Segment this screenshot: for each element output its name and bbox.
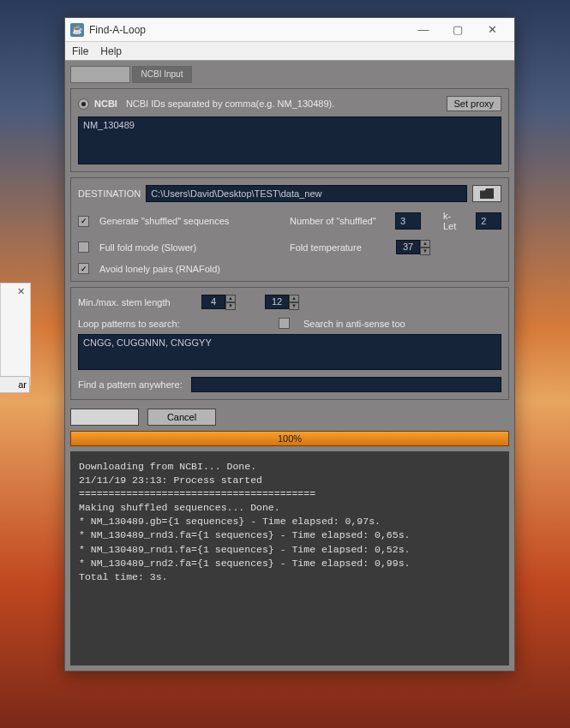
menubar: File Help bbox=[65, 42, 514, 61]
minimize-button[interactable]: — bbox=[406, 18, 441, 42]
ncbi-ids-input[interactable]: NM_130489 bbox=[78, 116, 501, 164]
ncbi-radio[interactable] bbox=[78, 98, 89, 110]
progress-bar: 100% bbox=[70, 431, 509, 446]
stem-max-spinner[interactable]: 12 ▲▼ bbox=[265, 295, 299, 309]
stem-min-value[interactable]: 4 bbox=[201, 295, 225, 309]
cancel-button[interactable]: Cancel bbox=[147, 409, 216, 426]
stem-loop-panel: Min./max. stem length 4 ▲▼ 12 ▲▼ Loop pa… bbox=[70, 287, 509, 400]
app-window: ☕ Find-A-Loop — ▢ ✕ File Help NCBI Input… bbox=[64, 17, 515, 671]
num-shuffled-label: Number of "shuffled" bbox=[290, 216, 390, 226]
find-pattern-label: Find a pattern anywhere: bbox=[78, 379, 183, 390]
folder-icon bbox=[480, 188, 494, 199]
close-button[interactable]: ✕ bbox=[475, 18, 509, 42]
stem-length-label: Min./max. stem length bbox=[78, 297, 189, 307]
chevron-down-icon[interactable]: ▼ bbox=[225, 302, 236, 310]
destination-panel: DESTINATION C:\Users\David\Desktop\TEST\… bbox=[70, 177, 509, 282]
find-pattern-input[interactable] bbox=[191, 377, 501, 392]
browse-folder-button[interactable] bbox=[472, 185, 501, 202]
ncbi-panel: NCBI NCBI IDs separated by comma(e.g. NM… bbox=[70, 88, 509, 172]
full-fold-checkbox[interactable] bbox=[78, 242, 89, 253]
menu-help[interactable]: Help bbox=[100, 45, 122, 57]
java-icon: ☕ bbox=[70, 23, 84, 37]
ncbi-hint: NCBI IDs separated by comma(e.g. NM_1304… bbox=[126, 98, 447, 109]
fold-temp-label: Fold temperature bbox=[290, 242, 391, 253]
titlebar: ☕ Find-A-Loop — ▢ ✕ bbox=[65, 18, 514, 42]
num-shuffled-input[interactable]: 3 bbox=[395, 212, 421, 230]
antisense-label: Search in anti-sense too bbox=[303, 319, 405, 329]
chevron-up-icon[interactable]: ▲ bbox=[420, 240, 430, 248]
fold-temp-value[interactable]: 37 bbox=[396, 240, 420, 254]
action-row: Cancel bbox=[70, 405, 509, 431]
ncbi-radio-label: NCBI bbox=[94, 98, 117, 109]
full-fold-label: Full fold mode (Slower) bbox=[99, 242, 196, 253]
klet-label: k-Let bbox=[443, 211, 464, 231]
close-icon[interactable]: ✕ bbox=[15, 286, 27, 298]
klet-input[interactable]: 2 bbox=[476, 212, 501, 230]
generate-shuffled-label: Generate "shuffled" sequences bbox=[99, 216, 229, 226]
destination-label: DESTINATION bbox=[78, 188, 141, 199]
run-button[interactable] bbox=[70, 409, 139, 426]
chevron-up-icon[interactable]: ▲ bbox=[289, 295, 299, 302]
antisense-checkbox[interactable] bbox=[279, 318, 290, 329]
set-proxy-button[interactable]: Set proxy bbox=[447, 96, 501, 111]
chevron-down-icon[interactable]: ▼ bbox=[420, 248, 430, 255]
fold-temp-spinner[interactable]: 37 ▲▼ bbox=[396, 240, 430, 254]
stem-max-value[interactable]: 12 bbox=[265, 295, 289, 309]
menu-file[interactable]: File bbox=[72, 45, 88, 57]
tabs: NCBI Input bbox=[70, 66, 509, 85]
generate-shuffled-checkbox[interactable] bbox=[78, 216, 89, 227]
console-output: Downloading from NCBI... Done. 21/11/19 … bbox=[70, 451, 509, 665]
tab-ncbi-input[interactable]: NCBI Input bbox=[132, 66, 192, 83]
stem-min-spinner[interactable]: 4 ▲▼ bbox=[201, 295, 236, 309]
avoid-lonely-label: Avoid lonely pairs (RNAFold) bbox=[99, 264, 220, 274]
tab-blank[interactable] bbox=[70, 66, 130, 83]
window-title: Find-A-Loop bbox=[89, 24, 406, 36]
maximize-button[interactable]: ▢ bbox=[441, 18, 475, 42]
loop-patterns-label: Loop patterns to search: bbox=[78, 319, 270, 329]
loop-patterns-input[interactable]: CNGG, CUGGNNN, CNGGYY bbox=[78, 334, 501, 370]
chevron-down-icon[interactable]: ▼ bbox=[289, 302, 299, 310]
destination-input[interactable]: C:\Users\David\Desktop\TEST\data_new bbox=[146, 185, 467, 202]
avoid-lonely-checkbox[interactable] bbox=[78, 263, 89, 274]
chevron-up-icon[interactable]: ▲ bbox=[225, 295, 236, 302]
stray-button[interactable]: ar bbox=[0, 376, 30, 393]
background-window-fragment: ✕ ar bbox=[0, 283, 31, 385]
